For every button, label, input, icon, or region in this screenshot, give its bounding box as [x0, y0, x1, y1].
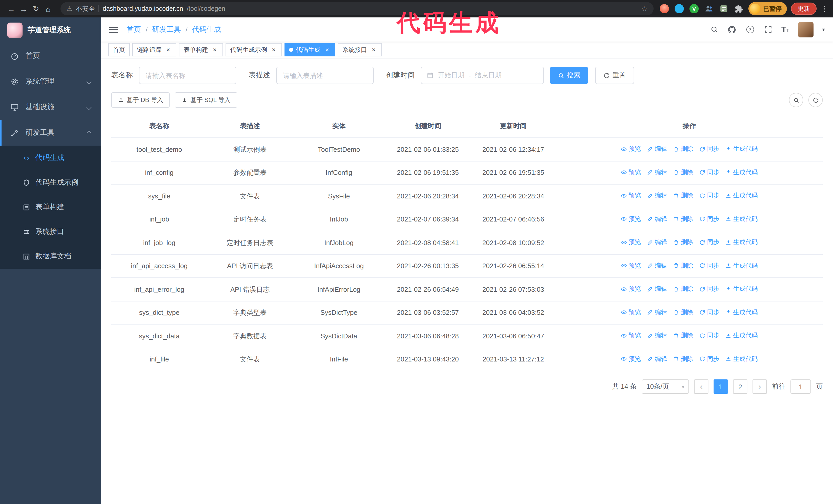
sidebar-item-db-doc[interactable]: 数据库文档 [0, 244, 101, 269]
logo[interactable]: 芋道管理系统 [0, 18, 101, 43]
goto-page-input[interactable] [790, 379, 811, 394]
avatar-caret-icon[interactable]: ▾ [822, 27, 825, 32]
edit-link[interactable]: 编辑 [647, 331, 667, 340]
tab-close-icon[interactable]: × [370, 46, 377, 53]
breadcrumb-item-devtools[interactable]: 研发工具 [152, 25, 181, 34]
delete-link[interactable]: 删除 [673, 354, 693, 364]
github-icon[interactable] [728, 25, 737, 34]
preview-link[interactable]: 预览 [621, 284, 641, 294]
sync-link[interactable]: 同步 [699, 261, 719, 270]
hamburger-icon[interactable] [109, 25, 119, 34]
preview-link[interactable]: 预览 [621, 144, 641, 154]
delete-link[interactable]: 删除 [673, 191, 693, 200]
tab-close-icon[interactable]: × [270, 46, 277, 53]
search-icon[interactable] [710, 25, 719, 34]
edit-link[interactable]: 编辑 [647, 284, 667, 294]
page-button-2[interactable]: 2 [733, 379, 747, 394]
extensions-menu-button[interactable] [734, 4, 743, 13]
user-avatar[interactable] [798, 22, 813, 37]
delete-link[interactable]: 删除 [673, 237, 693, 247]
import-sql-button[interactable]: 基于 SQL 导入 [175, 92, 237, 108]
sync-link[interactable]: 同步 [699, 354, 719, 364]
chrome-update-button[interactable]: 更新 [791, 3, 816, 15]
accounts-extension-icon[interactable] [704, 4, 714, 13]
preview-link[interactable]: 预览 [621, 214, 641, 224]
sidebar-item-form-builder[interactable]: 表单构建 [0, 195, 101, 219]
home-icon[interactable]: ⌂ [42, 4, 54, 13]
browser-extension-icon[interactable] [660, 4, 669, 13]
generate-link[interactable]: 生成代码 [725, 261, 758, 270]
sidebar-item-codegen[interactable]: 代码生成 [0, 146, 101, 170]
generate-link[interactable]: 生成代码 [725, 237, 758, 247]
edit-link[interactable]: 编辑 [647, 191, 667, 200]
page-size-select[interactable]: 10条/页 ▾ [642, 379, 689, 394]
generate-link[interactable]: 生成代码 [725, 214, 758, 224]
edit-link[interactable]: 编辑 [647, 144, 667, 154]
reload-icon[interactable]: ↻ [30, 4, 42, 13]
sync-link[interactable]: 同步 [699, 191, 719, 200]
sync-link[interactable]: 同步 [699, 284, 719, 294]
back-icon[interactable]: ← [5, 4, 18, 13]
forward-icon[interactable]: → [18, 4, 30, 13]
tab-表单构建[interactable]: 表单构建× [179, 43, 223, 56]
date-range-picker[interactable]: 开始日期 - 结束日期 [421, 67, 544, 84]
sync-link[interactable]: 同步 [699, 214, 719, 224]
edit-link[interactable]: 编辑 [647, 354, 667, 364]
sync-link[interactable]: 同步 [699, 144, 719, 154]
vue-devtools-extension-icon[interactable]: V [689, 4, 699, 13]
tab-首页[interactable]: 首页 [108, 43, 130, 56]
toggle-search-button[interactable] [789, 93, 803, 107]
edit-link[interactable]: 编辑 [647, 307, 667, 317]
refresh-table-button[interactable] [808, 93, 823, 107]
delete-link[interactable]: 删除 [673, 307, 693, 317]
edit-link[interactable]: 编辑 [647, 237, 667, 247]
sync-link[interactable]: 同步 [699, 167, 719, 177]
browser-menu-icon[interactable]: ⋮ [821, 4, 828, 13]
sync-link[interactable]: 同步 [699, 307, 719, 317]
tab-close-icon[interactable]: × [211, 46, 218, 53]
font-size-icon[interactable]: TT [781, 25, 789, 34]
delete-link[interactable]: 删除 [673, 214, 693, 224]
edit-link[interactable]: 编辑 [647, 214, 667, 224]
sidebar-item-system[interactable]: 系统管理 [0, 69, 101, 94]
preview-link[interactable]: 预览 [621, 307, 641, 317]
sync-link[interactable]: 同步 [699, 237, 719, 247]
preview-link[interactable]: 预览 [621, 354, 641, 364]
preview-link[interactable]: 预览 [621, 261, 641, 270]
edit-link[interactable]: 编辑 [647, 261, 667, 270]
delete-link[interactable]: 删除 [673, 284, 693, 294]
preview-link[interactable]: 预览 [621, 167, 641, 177]
next-page-button[interactable]: › [753, 379, 767, 394]
generate-link[interactable]: 生成代码 [725, 354, 758, 364]
generate-link[interactable]: 生成代码 [725, 284, 758, 294]
search-button[interactable]: 搜索 [550, 67, 588, 84]
table-name-input[interactable] [139, 67, 236, 84]
address-bar[interactable]: ⚠ 不安全 dashboard.yudao.iocoder.cn /tool/c… [61, 2, 653, 16]
browser-extension-icon[interactable] [719, 4, 729, 13]
tab-代码生成示例[interactable]: 代码生成示例× [225, 43, 282, 56]
generate-link[interactable]: 生成代码 [725, 307, 758, 317]
prev-page-button[interactable]: ‹ [694, 379, 709, 394]
bookmark-star-icon[interactable]: ☆ [641, 5, 647, 13]
browser-extension-icon[interactable] [674, 4, 684, 13]
preview-link[interactable]: 预览 [621, 237, 641, 247]
table-desc-input[interactable] [276, 67, 374, 84]
help-icon[interactable]: ? [745, 25, 755, 34]
sidebar-item-devtools[interactable]: 研发工具 [0, 120, 101, 146]
sidebar-item-api[interactable]: 系统接口 [0, 219, 101, 244]
page-button-1[interactable]: 1 [714, 379, 728, 394]
sidebar-item-home[interactable]: 首页 [0, 43, 101, 69]
preview-link[interactable]: 预览 [621, 331, 641, 340]
breadcrumb-item-home[interactable]: 首页 [127, 25, 141, 34]
tab-系统接口[interactable]: 系统接口× [338, 43, 382, 56]
reset-button[interactable]: 重置 [595, 67, 634, 84]
generate-link[interactable]: 生成代码 [725, 144, 758, 154]
generate-link[interactable]: 生成代码 [725, 167, 758, 177]
delete-link[interactable]: 删除 [673, 167, 693, 177]
import-db-button[interactable]: 基于 DB 导入 [111, 92, 170, 108]
tab-代码生成[interactable]: 代码生成× [285, 43, 335, 56]
generate-link[interactable]: 生成代码 [725, 191, 758, 200]
sync-link[interactable]: 同步 [699, 331, 719, 340]
tab-close-icon[interactable]: × [324, 46, 331, 53]
delete-link[interactable]: 删除 [673, 261, 693, 270]
